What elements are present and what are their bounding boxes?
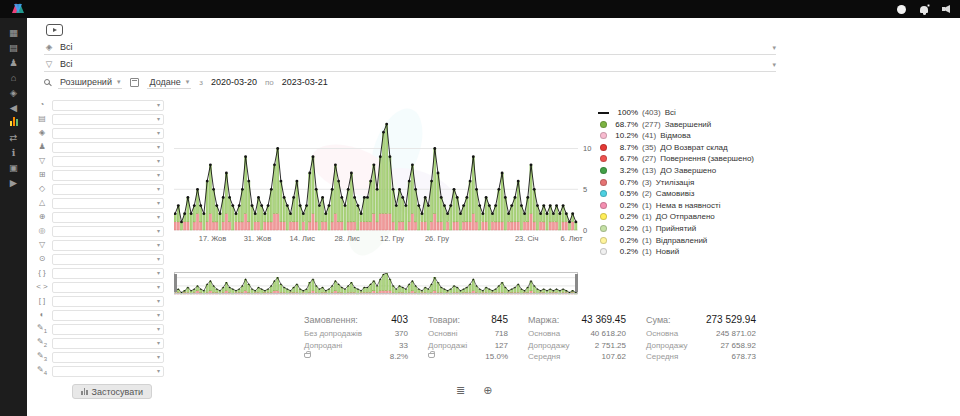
globe-icon[interactable]: ⊕ xyxy=(483,384,492,397)
filter-delivery-dropdown[interactable]: ▾ xyxy=(52,198,164,209)
legend-label: Новий xyxy=(656,247,679,256)
customers-icon[interactable]: ♟ xyxy=(5,57,22,69)
tags-icon[interactable]: ◈ xyxy=(5,87,22,99)
dashboard-icon[interactable]: ▦ xyxy=(5,27,22,39)
filter-braces-select[interactable]: { }▾ xyxy=(36,267,164,279)
filter-funnel-select[interactable]: ▽▾ xyxy=(36,239,164,251)
date-to-input[interactable]: 2023-03-21 xyxy=(282,77,328,87)
filter-custom-2-dropdown[interactable]: ▾ xyxy=(52,338,164,349)
stat-block: Товари:845Основні718Допродажі12715.0% xyxy=(428,314,508,364)
primary-status-select[interactable]: ◈ Всі ▾ xyxy=(44,40,776,55)
notifications-bell-icon[interactable] xyxy=(920,6,928,13)
chevron-down-icon: ▾ xyxy=(157,102,160,108)
filter-warehouse-select[interactable]: ⊞▾ xyxy=(36,169,164,181)
stat-subrow: Допродажу2 751.25 xyxy=(528,341,626,350)
topbar xyxy=(0,0,960,18)
legend-item[interactable]: 3.2%(13)ДО Завершено xyxy=(600,166,805,175)
filter-delivery-select[interactable]: △▾ xyxy=(36,197,164,209)
legend-item[interactable]: 0.5%(2)Самовивіз xyxy=(600,189,805,198)
filter-brackets-select[interactable]: [ ]▾ xyxy=(36,295,164,307)
legend-item[interactable]: 6.7%(27)Повернення (завершено) xyxy=(600,154,805,163)
legend-item[interactable]: 0.2%(1)ДО Отправлено xyxy=(600,212,805,221)
filter-client-select[interactable]: ♟▾ xyxy=(36,141,164,153)
stat-block: Сума:273 529.94Основна245 871.02Допродаж… xyxy=(646,314,756,364)
filter-custom-1-select[interactable]: ✎1▾ xyxy=(36,323,164,335)
app-logo-icon[interactable] xyxy=(10,2,26,16)
mini-chart-icon xyxy=(81,388,88,395)
filter-status-select[interactable]: ▤▾ xyxy=(36,113,164,125)
legend-label: ДО Возврат склад xyxy=(660,143,727,152)
chart-navigator[interactable] xyxy=(174,272,580,296)
display-mode-button[interactable] xyxy=(46,24,63,36)
filter-payment-select[interactable]: ⊕▾ xyxy=(36,211,164,223)
media-icon[interactable]: ▶ xyxy=(5,177,22,189)
legend-item[interactable]: 0.2%(1)Нема в наявності xyxy=(600,201,805,210)
stat-sublabel: Допродажі xyxy=(428,341,467,350)
filter-region-select[interactable]: ◎▾ xyxy=(36,225,164,237)
stat-title: Сума: xyxy=(646,315,671,325)
announcements-icon[interactable] xyxy=(942,5,950,13)
products-icon[interactable]: ▣ xyxy=(5,162,22,174)
filter-custom-3-select[interactable]: ✎3▾ xyxy=(36,351,164,363)
legend-item[interactable]: 0.2%(1)Прийнятий xyxy=(600,224,805,233)
marketing-icon[interactable]: ◀ xyxy=(5,102,22,114)
legend-item[interactable]: 100%(403)Всі xyxy=(600,108,805,117)
profile-icon[interactable] xyxy=(897,5,906,14)
legend-item[interactable]: 0.2%(1)Відправлений xyxy=(600,236,805,245)
filter-other-select[interactable]: ◐▾ xyxy=(36,309,164,321)
filter-manager-select[interactable]: ▽▾ xyxy=(36,155,164,167)
filter-warehouse-dropdown[interactable]: ▾ xyxy=(52,170,164,181)
list-view-icon[interactable]: ≣ xyxy=(456,384,465,397)
date-from-input[interactable]: 2020-03-20 xyxy=(211,77,257,87)
filter-manager-dropdown[interactable]: ▾ xyxy=(52,156,164,167)
legend-percent: 6.7% xyxy=(611,154,638,163)
secondary-status-select[interactable]: ▽ Всі ▾ xyxy=(44,57,776,72)
filter-source-icon: ◔ xyxy=(36,100,48,110)
filter-site-dropdown[interactable]: ▾ xyxy=(52,254,164,265)
integrations-icon[interactable]: ⇄ xyxy=(5,132,22,144)
legend-item[interactable]: 10.2%(41)Відмова xyxy=(600,131,805,140)
analytics-icon[interactable] xyxy=(5,117,22,129)
filter-custom-3-dropdown[interactable]: ▾ xyxy=(52,352,164,363)
filter-code-select[interactable]: < >▾ xyxy=(36,281,164,293)
legend-dot-swatch xyxy=(600,202,607,209)
filter-code-dropdown[interactable]: ▾ xyxy=(52,282,164,293)
legend-item[interactable]: 68.7%(277)Завершений xyxy=(600,120,805,129)
legend-item[interactable]: 0.2%(1)Новий xyxy=(600,247,805,256)
orders-status-chart[interactable]: 051017. Жов31. Жов14. Лис28. Лис12. Гру2… xyxy=(174,120,604,246)
filter-source-select[interactable]: ◔▾ xyxy=(36,99,164,111)
filter-custom-4-dropdown[interactable]: ▾ xyxy=(52,366,164,377)
shop-icon[interactable]: ⌂ xyxy=(5,72,22,84)
legend-item[interactable]: 0.7%(3)Утилізація xyxy=(600,178,805,187)
legend-percent: 3.2% xyxy=(611,166,638,175)
stat-subvalue: 15.0% xyxy=(485,352,508,361)
filter-custom-4-select[interactable]: ✎4▾ xyxy=(36,365,164,377)
filter-client-dropdown[interactable]: ▾ xyxy=(52,142,164,153)
search-icon[interactable] xyxy=(44,79,50,85)
legend-label: Завершений xyxy=(665,120,712,129)
filter-category-dropdown[interactable]: ▾ xyxy=(52,128,164,139)
filter-source-dropdown[interactable]: ▾ xyxy=(52,100,164,111)
filter-funnel-dropdown[interactable]: ▾ xyxy=(52,240,164,251)
date-field-select[interactable]: Додане ▾ xyxy=(147,75,191,89)
svg-text:17. Жов: 17. Жов xyxy=(199,234,227,243)
filter-product-select[interactable]: ◇▾ xyxy=(36,183,164,195)
filter-site-select[interactable]: ⊙▾ xyxy=(36,253,164,265)
search-mode-select[interactable]: Розширений ▾ xyxy=(58,75,122,89)
filter-payment-dropdown[interactable]: ▾ xyxy=(52,212,164,223)
filter-other-dropdown[interactable]: ▾ xyxy=(52,310,164,321)
filter-custom-1-dropdown[interactable]: ▾ xyxy=(52,324,164,335)
legend-item[interactable]: 8.7%(35)ДО Возврат склад xyxy=(600,143,805,152)
filter-status-dropdown[interactable]: ▾ xyxy=(52,114,164,125)
orders-icon[interactable]: ▤ xyxy=(5,42,22,54)
info-icon[interactable]: ℹ xyxy=(5,147,22,159)
filter-region-dropdown[interactable]: ▾ xyxy=(52,226,164,237)
filter-brackets-dropdown[interactable]: ▾ xyxy=(52,296,164,307)
apply-button[interactable]: Застосувати xyxy=(72,384,152,399)
stat-subrow: Без допродажів370 xyxy=(304,329,408,338)
filter-braces-dropdown[interactable]: ▾ xyxy=(52,268,164,279)
legend-dot-swatch xyxy=(600,190,607,197)
filter-product-dropdown[interactable]: ▾ xyxy=(52,184,164,195)
filter-custom-2-select[interactable]: ✎2▾ xyxy=(36,337,164,349)
filter-category-select[interactable]: ◈▾ xyxy=(36,127,164,139)
